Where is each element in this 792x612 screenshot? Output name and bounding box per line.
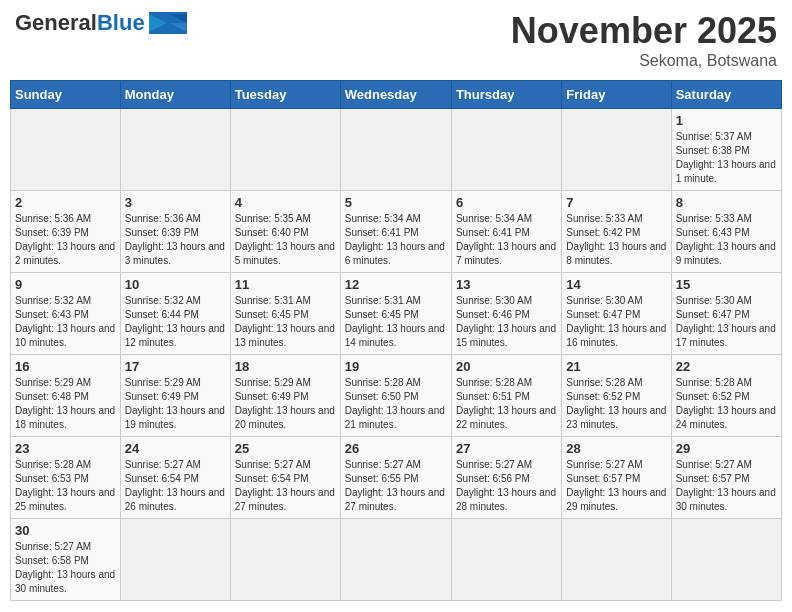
calendar-cell: 3Sunrise: 5:36 AM Sunset: 6:39 PM Daylig… <box>120 191 230 273</box>
day-number: 12 <box>345 277 447 292</box>
day-info: Sunrise: 5:34 AM Sunset: 6:41 PM Dayligh… <box>345 212 447 268</box>
logo-icon <box>149 12 187 34</box>
day-info: Sunrise: 5:27 AM Sunset: 6:54 PM Dayligh… <box>235 458 336 514</box>
day-info: Sunrise: 5:31 AM Sunset: 6:45 PM Dayligh… <box>345 294 447 350</box>
calendar-cell: 26Sunrise: 5:27 AM Sunset: 6:55 PM Dayli… <box>340 437 451 519</box>
calendar-cell <box>451 519 561 601</box>
calendar-cell <box>120 519 230 601</box>
header: GeneralBlue November 2025 Sekoma, Botswa… <box>10 10 782 70</box>
day-number: 9 <box>15 277 116 292</box>
day-info: Sunrise: 5:30 AM Sunset: 6:46 PM Dayligh… <box>456 294 557 350</box>
day-number: 19 <box>345 359 447 374</box>
calendar-cell: 13Sunrise: 5:30 AM Sunset: 6:46 PM Dayli… <box>451 273 561 355</box>
day-number: 27 <box>456 441 557 456</box>
calendar-cell: 4Sunrise: 5:35 AM Sunset: 6:40 PM Daylig… <box>230 191 340 273</box>
day-number: 7 <box>566 195 666 210</box>
day-number: 28 <box>566 441 666 456</box>
day-info: Sunrise: 5:30 AM Sunset: 6:47 PM Dayligh… <box>676 294 777 350</box>
col-header-sunday: Sunday <box>11 81 121 109</box>
calendar-week-row: 23Sunrise: 5:28 AM Sunset: 6:53 PM Dayli… <box>11 437 782 519</box>
calendar-cell: 8Sunrise: 5:33 AM Sunset: 6:43 PM Daylig… <box>671 191 781 273</box>
day-info: Sunrise: 5:36 AM Sunset: 6:39 PM Dayligh… <box>15 212 116 268</box>
calendar-cell: 28Sunrise: 5:27 AM Sunset: 6:57 PM Dayli… <box>562 437 671 519</box>
day-number: 21 <box>566 359 666 374</box>
calendar-cell: 29Sunrise: 5:27 AM Sunset: 6:57 PM Dayli… <box>671 437 781 519</box>
calendar-cell: 21Sunrise: 5:28 AM Sunset: 6:52 PM Dayli… <box>562 355 671 437</box>
day-info: Sunrise: 5:33 AM Sunset: 6:43 PM Dayligh… <box>676 212 777 268</box>
calendar-cell: 14Sunrise: 5:30 AM Sunset: 6:47 PM Dayli… <box>562 273 671 355</box>
day-number: 26 <box>345 441 447 456</box>
day-number: 29 <box>676 441 777 456</box>
day-number: 2 <box>15 195 116 210</box>
day-info: Sunrise: 5:27 AM Sunset: 6:57 PM Dayligh… <box>566 458 666 514</box>
day-info: Sunrise: 5:27 AM Sunset: 6:58 PM Dayligh… <box>15 540 116 596</box>
logo-blue: Blue <box>97 10 145 36</box>
calendar-cell: 27Sunrise: 5:27 AM Sunset: 6:56 PM Dayli… <box>451 437 561 519</box>
calendar-cell <box>671 519 781 601</box>
calendar-cell: 1Sunrise: 5:37 AM Sunset: 6:38 PM Daylig… <box>671 109 781 191</box>
col-header-wednesday: Wednesday <box>340 81 451 109</box>
calendar-cell: 10Sunrise: 5:32 AM Sunset: 6:44 PM Dayli… <box>120 273 230 355</box>
day-info: Sunrise: 5:33 AM Sunset: 6:42 PM Dayligh… <box>566 212 666 268</box>
calendar-cell: 24Sunrise: 5:27 AM Sunset: 6:54 PM Dayli… <box>120 437 230 519</box>
calendar-cell: 12Sunrise: 5:31 AM Sunset: 6:45 PM Dayli… <box>340 273 451 355</box>
calendar-week-row: 9Sunrise: 5:32 AM Sunset: 6:43 PM Daylig… <box>11 273 782 355</box>
day-info: Sunrise: 5:35 AM Sunset: 6:40 PM Dayligh… <box>235 212 336 268</box>
calendar-cell: 2Sunrise: 5:36 AM Sunset: 6:39 PM Daylig… <box>11 191 121 273</box>
calendar-cell <box>451 109 561 191</box>
calendar-cell: 25Sunrise: 5:27 AM Sunset: 6:54 PM Dayli… <box>230 437 340 519</box>
calendar-week-row: 30Sunrise: 5:27 AM Sunset: 6:58 PM Dayli… <box>11 519 782 601</box>
calendar-cell <box>11 109 121 191</box>
day-info: Sunrise: 5:36 AM Sunset: 6:39 PM Dayligh… <box>125 212 226 268</box>
day-info: Sunrise: 5:29 AM Sunset: 6:48 PM Dayligh… <box>15 376 116 432</box>
day-info: Sunrise: 5:28 AM Sunset: 6:52 PM Dayligh… <box>676 376 777 432</box>
month-title: November 2025 <box>511 10 777 52</box>
day-info: Sunrise: 5:32 AM Sunset: 6:43 PM Dayligh… <box>15 294 116 350</box>
subtitle: Sekoma, Botswana <box>511 52 777 70</box>
day-number: 18 <box>235 359 336 374</box>
calendar-cell: 7Sunrise: 5:33 AM Sunset: 6:42 PM Daylig… <box>562 191 671 273</box>
day-number: 30 <box>15 523 116 538</box>
day-number: 17 <box>125 359 226 374</box>
day-info: Sunrise: 5:28 AM Sunset: 6:51 PM Dayligh… <box>456 376 557 432</box>
day-info: Sunrise: 5:27 AM Sunset: 6:56 PM Dayligh… <box>456 458 557 514</box>
day-number: 10 <box>125 277 226 292</box>
calendar-cell: 17Sunrise: 5:29 AM Sunset: 6:49 PM Dayli… <box>120 355 230 437</box>
col-header-thursday: Thursday <box>451 81 561 109</box>
day-info: Sunrise: 5:31 AM Sunset: 6:45 PM Dayligh… <box>235 294 336 350</box>
calendar-cell: 15Sunrise: 5:30 AM Sunset: 6:47 PM Dayli… <box>671 273 781 355</box>
day-info: Sunrise: 5:27 AM Sunset: 6:57 PM Dayligh… <box>676 458 777 514</box>
calendar-week-row: 1Sunrise: 5:37 AM Sunset: 6:38 PM Daylig… <box>11 109 782 191</box>
day-number: 13 <box>456 277 557 292</box>
calendar-week-row: 16Sunrise: 5:29 AM Sunset: 6:48 PM Dayli… <box>11 355 782 437</box>
day-number: 23 <box>15 441 116 456</box>
day-info: Sunrise: 5:30 AM Sunset: 6:47 PM Dayligh… <box>566 294 666 350</box>
calendar-cell: 18Sunrise: 5:29 AM Sunset: 6:49 PM Dayli… <box>230 355 340 437</box>
day-info: Sunrise: 5:28 AM Sunset: 6:52 PM Dayligh… <box>566 376 666 432</box>
calendar-cell: 9Sunrise: 5:32 AM Sunset: 6:43 PM Daylig… <box>11 273 121 355</box>
calendar-cell: 20Sunrise: 5:28 AM Sunset: 6:51 PM Dayli… <box>451 355 561 437</box>
col-header-saturday: Saturday <box>671 81 781 109</box>
calendar-cell <box>562 519 671 601</box>
day-number: 20 <box>456 359 557 374</box>
day-number: 14 <box>566 277 666 292</box>
day-number: 24 <box>125 441 226 456</box>
calendar-cell: 22Sunrise: 5:28 AM Sunset: 6:52 PM Dayli… <box>671 355 781 437</box>
calendar-cell: 19Sunrise: 5:28 AM Sunset: 6:50 PM Dayli… <box>340 355 451 437</box>
day-info: Sunrise: 5:29 AM Sunset: 6:49 PM Dayligh… <box>235 376 336 432</box>
title-area: November 2025 Sekoma, Botswana <box>511 10 777 70</box>
day-number: 4 <box>235 195 336 210</box>
calendar: SundayMondayTuesdayWednesdayThursdayFrid… <box>10 80 782 601</box>
calendar-cell: 30Sunrise: 5:27 AM Sunset: 6:58 PM Dayli… <box>11 519 121 601</box>
calendar-cell <box>340 519 451 601</box>
calendar-cell: 11Sunrise: 5:31 AM Sunset: 6:45 PM Dayli… <box>230 273 340 355</box>
calendar-cell <box>562 109 671 191</box>
day-info: Sunrise: 5:27 AM Sunset: 6:55 PM Dayligh… <box>345 458 447 514</box>
logo-text: GeneralBlue <box>15 10 187 36</box>
calendar-cell: 6Sunrise: 5:34 AM Sunset: 6:41 PM Daylig… <box>451 191 561 273</box>
col-header-friday: Friday <box>562 81 671 109</box>
day-number: 15 <box>676 277 777 292</box>
day-info: Sunrise: 5:29 AM Sunset: 6:49 PM Dayligh… <box>125 376 226 432</box>
calendar-cell <box>340 109 451 191</box>
calendar-cell: 23Sunrise: 5:28 AM Sunset: 6:53 PM Dayli… <box>11 437 121 519</box>
